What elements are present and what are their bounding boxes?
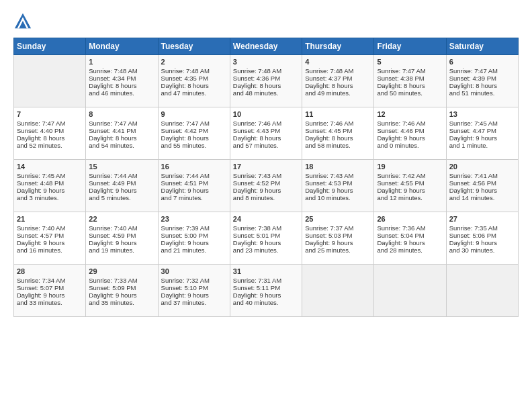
day-of-week-header: Saturday [446,38,518,55]
day-info-line: Sunset: 4:43 PM [233,127,299,134]
day-info-line: Sunrise: 7:43 AM [233,172,299,179]
day-info-line: Sunset: 4:40 PM [17,127,83,134]
day-info-line: Sunrise: 7:45 AM [449,120,515,127]
day-info-line: Sunset: 4:49 PM [89,179,154,187]
calendar-cell: 11Sunrise: 7:46 AMSunset: 4:45 PMDayligh… [302,107,374,160]
day-info-line: Daylight: 9 hours [161,291,227,299]
calendar-cell: 29Sunrise: 7:33 AMSunset: 5:09 PMDayligh… [86,265,158,317]
day-info-line: Sunrise: 7:34 AM [17,277,83,284]
day-number: 30 [161,267,227,275]
day-number: 17 [233,163,299,171]
day-info-line: Sunset: 4:39 PM [449,75,515,82]
day-info-line: Daylight: 9 hours [89,239,154,246]
day-number: 21 [17,215,83,223]
day-info-line: and 50 minutes. [377,89,443,97]
day-info-line: Sunrise: 7:48 AM [233,67,299,75]
calendar-cell: 31Sunrise: 7:31 AMSunset: 5:11 PMDayligh… [230,265,302,317]
day-info-line: Daylight: 8 hours [377,82,443,89]
day-info-line: Sunrise: 7:46 AM [305,120,371,127]
calendar-cell: 15Sunrise: 7:44 AMSunset: 4:49 PMDayligh… [86,160,158,212]
calendar-cell: 9Sunrise: 7:47 AMSunset: 4:42 PMDaylight… [158,107,230,160]
day-info-line: Sunset: 4:52 PM [233,179,299,187]
day-info-line: Sunrise: 7:47 AM [161,120,227,127]
calendar-cell: 14Sunrise: 7:45 AMSunset: 4:48 PMDayligh… [14,160,86,212]
day-info-line: Daylight: 9 hours [233,291,299,299]
calendar-cell: 10Sunrise: 7:46 AMSunset: 4:43 PMDayligh… [230,107,302,160]
calendar-cell [14,55,86,107]
day-info-line: Daylight: 9 hours [305,239,371,246]
day-info-line: Sunset: 4:51 PM [161,179,227,187]
day-info-line: and 49 minutes. [305,89,371,97]
calendar-cell: 27Sunrise: 7:35 AMSunset: 5:06 PMDayligh… [446,212,518,265]
day-info-line: Sunrise: 7:48 AM [89,67,154,75]
day-info-line: Sunrise: 7:48 AM [305,67,371,75]
day-info-line: Sunrise: 7:47 AM [377,67,443,75]
day-info-line: and 5 minutes. [89,194,154,201]
day-info-line: and 8 minutes. [233,194,299,201]
day-info-line: Daylight: 9 hours [161,187,227,194]
day-info-line: Daylight: 9 hours [449,134,515,142]
day-info-line: Sunrise: 7:39 AM [161,224,227,232]
day-info-line: Sunset: 4:46 PM [377,127,443,134]
calendar-cell: 22Sunrise: 7:40 AMSunset: 4:59 PMDayligh… [86,212,158,265]
calendar-cell: 28Sunrise: 7:34 AMSunset: 5:07 PMDayligh… [14,265,86,317]
day-number: 18 [305,163,371,171]
day-number: 23 [161,215,227,223]
day-info-line: Daylight: 8 hours [305,82,371,89]
day-info-line: and 55 minutes. [161,142,227,149]
day-info-line: Sunset: 5:09 PM [89,284,154,291]
day-info-line: Sunrise: 7:33 AM [89,277,154,284]
day-info-line: Daylight: 9 hours [377,134,443,142]
day-number: 6 [449,58,515,66]
day-info-line: and 10 minutes. [305,194,371,201]
day-info-line: Sunset: 4:41 PM [89,127,154,134]
day-info-line: and 52 minutes. [17,142,83,149]
day-of-week-header: Tuesday [158,38,230,55]
day-info-line: Sunset: 4:53 PM [305,179,371,187]
calendar-cell: 2Sunrise: 7:48 AMSunset: 4:35 PMDaylight… [158,55,230,107]
calendar-cell: 19Sunrise: 7:42 AMSunset: 4:55 PMDayligh… [374,160,446,212]
day-info-line: and 3 minutes. [17,194,83,201]
day-info-line: Sunrise: 7:31 AM [233,277,299,284]
day-info-line: and 35 minutes. [89,299,154,306]
calendar-cell: 25Sunrise: 7:37 AMSunset: 5:03 PMDayligh… [302,212,374,265]
day-info-line: Daylight: 9 hours [89,187,154,194]
calendar-cell [446,265,518,317]
day-number: 19 [377,163,443,171]
day-info-line: Sunrise: 7:47 AM [449,67,515,75]
day-info-line: Sunset: 5:06 PM [449,232,515,239]
day-info-line: Sunrise: 7:45 AM [17,172,83,179]
day-number: 25 [305,215,371,223]
day-info-line: and 58 minutes. [305,142,371,149]
day-info-line: Sunrise: 7:36 AM [377,224,443,232]
day-info-line: Sunset: 5:07 PM [17,284,83,291]
day-info-line: and 1 minute. [449,142,515,149]
calendar-cell: 3Sunrise: 7:48 AMSunset: 4:36 PMDaylight… [230,55,302,107]
calendar-cell: 17Sunrise: 7:43 AMSunset: 4:52 PMDayligh… [230,160,302,212]
calendar-week-row: 28Sunrise: 7:34 AMSunset: 5:07 PMDayligh… [14,265,519,317]
calendar-cell: 5Sunrise: 7:47 AMSunset: 4:38 PMDaylight… [374,55,446,107]
day-info-line: Sunrise: 7:46 AM [377,120,443,127]
day-info-line: Daylight: 9 hours [449,239,515,246]
day-number: 3 [233,58,299,66]
day-info-line: Daylight: 9 hours [377,187,443,194]
day-info-line: Sunset: 4:38 PM [377,75,443,82]
day-number: 24 [233,215,299,223]
day-info-line: and 21 minutes. [161,246,227,254]
day-info-line: and 46 minutes. [89,89,154,97]
day-info-line: Daylight: 8 hours [449,82,515,89]
calendar-cell: 6Sunrise: 7:47 AMSunset: 4:39 PMDaylight… [446,55,518,107]
day-info-line: and 7 minutes. [161,194,227,201]
header-row: SundayMondayTuesdayWednesdayThursdayFrid… [14,38,519,55]
calendar-cell: 4Sunrise: 7:48 AMSunset: 4:37 PMDaylight… [302,55,374,107]
day-info-line: Sunset: 5:10 PM [161,284,227,291]
day-info-line: Daylight: 9 hours [17,291,83,299]
day-info-line: Daylight: 9 hours [305,187,371,194]
day-info-line: and 51 minutes. [449,89,515,97]
calendar-cell: 18Sunrise: 7:43 AMSunset: 4:53 PMDayligh… [302,160,374,212]
day-number: 7 [17,110,83,118]
day-number: 4 [305,58,371,66]
day-of-week-header: Thursday [302,38,374,55]
calendar-cell: 23Sunrise: 7:39 AMSunset: 5:00 PMDayligh… [158,212,230,265]
day-info-line: Sunrise: 7:41 AM [449,172,515,179]
